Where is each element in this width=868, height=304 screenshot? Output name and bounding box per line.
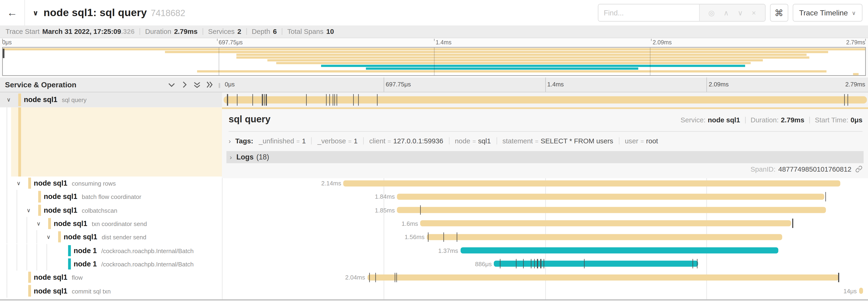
- log-marker-tick: [692, 259, 693, 269]
- logs-label: Logs: [237, 153, 254, 161]
- log-marker-tick: [838, 273, 839, 282]
- span-gantt-cell[interactable]: 1.6ms: [222, 217, 868, 231]
- span-detail-panel: sql query Service: node sql1 Duration: 2…: [222, 107, 868, 178]
- chevron-down-icon[interactable]: ∨: [46, 234, 51, 240]
- tag-item: node=sql1: [455, 137, 491, 145]
- span-tree-cell[interactable]: node sql1batch flow coordinator: [0, 190, 222, 204]
- chevron-down-icon[interactable]: ∨: [17, 180, 21, 186]
- operation-name: dist sender send: [102, 234, 146, 240]
- span-color-bar: [48, 218, 51, 229]
- service-name: node sql1sql query: [24, 96, 87, 104]
- trace-title-group[interactable]: ∨ node sql1: sql query 7418682: [33, 6, 598, 19]
- view-selector-label: Trace Timeline: [799, 9, 848, 17]
- span-duration-label: 2.14ms: [321, 180, 341, 187]
- span-row[interactable]: node sql1batch flow coordinator1.84ms: [0, 190, 868, 204]
- view-selector-button[interactable]: Trace Timeline ∨: [793, 4, 862, 22]
- minimap-span-bar: [237, 54, 807, 56]
- span-tree-cell[interactable]: ∨node sql1txn coordinator send: [0, 217, 222, 231]
- span-bar[interactable]: [494, 261, 698, 267]
- tag-equals: =: [472, 138, 476, 144]
- span-gantt-cell[interactable]: 14μs: [222, 284, 868, 298]
- summary-item: Services2: [208, 28, 241, 35]
- locate-icon[interactable]: ◎: [709, 9, 715, 17]
- span-tree-cell[interactable]: node sql1commit sql txn: [0, 284, 222, 298]
- span-row[interactable]: node 1/cockroach.roachpb.Internal/Batch1…: [0, 244, 868, 257]
- span-bar[interactable]: [427, 234, 782, 240]
- log-marker-tick: [420, 205, 421, 215]
- span-row[interactable]: ∨node sql1colbatchscan1.85ms: [0, 203, 868, 217]
- keyboard-shortcuts-button[interactable]: ⌘: [770, 4, 788, 22]
- span-gantt-cell[interactable]: 2.14ms: [222, 176, 868, 190]
- divider: [619, 137, 619, 144]
- operation-name: commit sql txn: [72, 288, 111, 294]
- expand-all-icon[interactable]: [205, 80, 214, 89]
- span-color-bar: [58, 231, 61, 243]
- column-resize-handle[interactable]: ∥: [218, 81, 221, 90]
- chevron-up-icon[interactable]: ∧: [723, 9, 729, 17]
- span-tree-cell[interactable]: ∨node sql1consuming rows: [0, 176, 222, 190]
- span-gantt-cell[interactable]: 1.37ms: [222, 244, 868, 257]
- clear-icon[interactable]: ×: [752, 9, 756, 17]
- indent-guide: [6, 284, 7, 298]
- minimap-canvas[interactable]: [2, 47, 866, 76]
- log-marker-tick: [329, 94, 330, 105]
- span-gantt-cell[interactable]: 1.56ms: [222, 230, 868, 244]
- minimap-span-bar: [268, 59, 763, 61]
- span-row[interactable]: node sql1commit sql txn14μs: [0, 284, 868, 298]
- tag-key: node: [455, 137, 470, 145]
- log-marker-tick: [335, 94, 335, 105]
- span-bar[interactable]: [397, 194, 824, 200]
- span-bar[interactable]: [859, 288, 863, 294]
- span-color-bar: [38, 191, 41, 202]
- indent-guide: [17, 244, 17, 257]
- span-bar[interactable]: [343, 180, 840, 186]
- detail-row-highlight: [11, 107, 222, 176]
- deep-link-icon[interactable]: [855, 166, 862, 173]
- span-bar[interactable]: [367, 274, 839, 280]
- expand-one-icon[interactable]: [179, 80, 189, 89]
- span-bar[interactable]: [223, 96, 867, 103]
- find-input[interactable]: [598, 4, 699, 21]
- span-id-row: SpanID: 4877749850101760812: [750, 165, 862, 173]
- log-marker-tick: [358, 94, 359, 105]
- span-tree-cell[interactable]: ∨node sql1colbatchscan: [0, 203, 222, 217]
- span-bar[interactable]: [397, 207, 826, 213]
- axis-tick-label: 2.79ms: [845, 81, 865, 87]
- chevron-down-icon[interactable]: ∨: [27, 207, 31, 213]
- collapse-all-icon[interactable]: [192, 80, 202, 89]
- axis-tick-label: 2.09ms: [709, 81, 729, 87]
- chevron-down-icon[interactable]: ∨: [738, 9, 743, 17]
- collapse-title-icon[interactable]: ∨: [33, 9, 38, 17]
- tags-accordion[interactable]: › Tags: _unfinished=1_verbose=1client=12…: [229, 135, 863, 147]
- span-row[interactable]: ∨node sql1sql query: [0, 93, 868, 107]
- span-tree-cell[interactable]: ∨node sql1sql query: [0, 93, 222, 107]
- tags-label: Tags:: [235, 137, 253, 145]
- span-id-value: 4877749850101760812: [778, 165, 851, 173]
- span-row[interactable]: ∨node sql1txn coordinator send1.6ms: [0, 217, 868, 231]
- span-tree-cell[interactable]: node 1/cockroach.roachpb.Internal/Batch: [0, 257, 222, 271]
- trace-id: 7418682: [151, 8, 185, 19]
- collapse-one-icon[interactable]: [166, 80, 176, 89]
- minimap-scrubber-handle[interactable]: [3, 49, 4, 58]
- log-marker-tick: [540, 259, 541, 269]
- log-marker-tick: [500, 259, 501, 269]
- span-bar[interactable]: [420, 221, 791, 227]
- span-tree-cell[interactable]: ∨node sql1dist sender send: [0, 230, 222, 244]
- span-gantt-cell[interactable]: 886μs: [222, 257, 868, 271]
- span-bar[interactable]: [460, 247, 778, 254]
- span-gantt-cell[interactable]: [222, 93, 868, 107]
- chevron-down-icon[interactable]: ∨: [6, 97, 10, 103]
- span-gantt-cell[interactable]: 2.04ms: [222, 271, 868, 284]
- log-marker-tick: [516, 259, 517, 269]
- span-row[interactable]: ∨node sql1consuming rows2.14ms: [0, 176, 868, 190]
- span-gantt-cell[interactable]: 1.85ms: [222, 203, 868, 217]
- span-row[interactable]: node sql1flow2.04ms: [0, 271, 868, 284]
- logs-accordion[interactable]: › Logs (18): [226, 151, 864, 163]
- span-gantt-cell[interactable]: 1.84ms: [222, 190, 868, 204]
- span-row[interactable]: node 1/cockroach.roachpb.Internal/Batch8…: [0, 257, 868, 271]
- span-tree-cell[interactable]: node sql1flow: [0, 271, 222, 284]
- span-row[interactable]: ∨node sql1dist sender send1.56ms: [0, 230, 868, 244]
- back-button[interactable]: ←: [0, 0, 25, 26]
- span-tree-cell[interactable]: node 1/cockroach.roachpb.Internal/Batch: [0, 244, 222, 257]
- chevron-down-icon[interactable]: ∨: [36, 221, 40, 227]
